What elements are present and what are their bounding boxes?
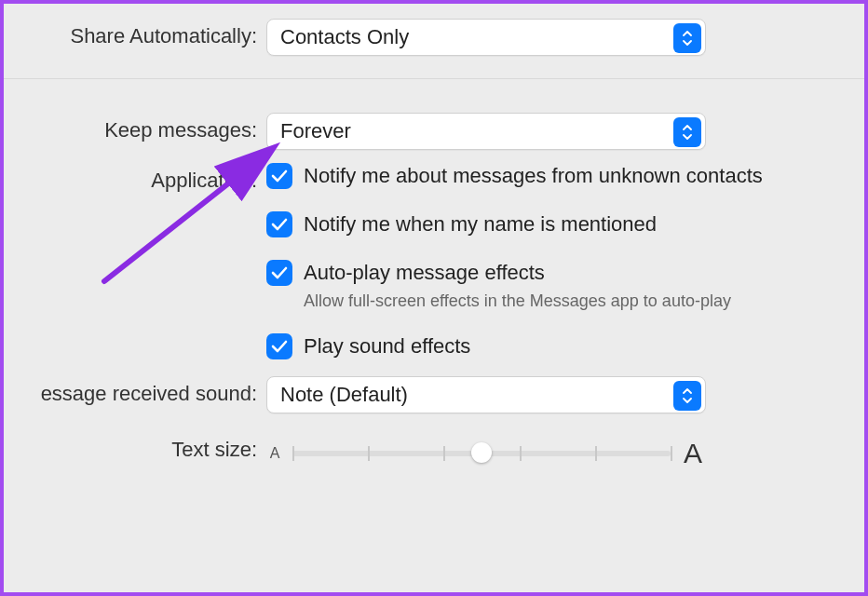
keep-messages-label: Keep messages:	[4, 113, 266, 142]
notify-name-mentioned-checkbox[interactable]	[266, 211, 292, 237]
slider-tick	[443, 446, 445, 461]
application-label: Application:	[4, 163, 266, 193]
slider-tick	[520, 446, 522, 461]
slider-tick	[368, 446, 370, 461]
autoplay-effects-help: Allow full-screen effects in the Message…	[266, 291, 864, 311]
notify-name-mentioned-label: Notify me when my name is mentioned	[304, 212, 657, 237]
share-automatically-label: Share Automatically:	[4, 19, 266, 48]
chevron-up-down-icon	[673, 23, 701, 53]
text-size-small-icon: A	[266, 445, 283, 462]
autoplay-effects-label: Auto-play message effects	[304, 261, 545, 285]
play-sound-effects-checkbox[interactable]	[266, 333, 292, 359]
text-size-large-icon: A	[680, 438, 706, 469]
slider-tick	[292, 446, 294, 461]
keep-messages-value: Forever	[280, 119, 351, 143]
share-automatically-select[interactable]: Contacts Only	[266, 19, 706, 56]
received-sound-value: Note (Default)	[280, 383, 408, 407]
received-sound-select[interactable]: Note (Default)	[266, 376, 706, 413]
slider-tick	[595, 446, 597, 461]
text-size-label: Text size:	[4, 432, 266, 462]
text-size-track[interactable]	[292, 451, 671, 456]
play-sound-effects-row[interactable]: Play sound effects	[266, 333, 864, 359]
chevron-up-down-icon	[673, 117, 701, 147]
notify-unknown-contacts-label: Notify me about messages from unknown co…	[304, 164, 763, 188]
chevron-up-down-icon	[673, 381, 701, 411]
slider-thumb[interactable]	[471, 442, 492, 463]
notify-unknown-contacts-checkbox[interactable]	[266, 163, 292, 189]
play-sound-effects-label: Play sound effects	[304, 334, 470, 359]
autoplay-effects-row[interactable]: Auto-play message effects	[266, 260, 864, 286]
keep-messages-select[interactable]: Forever	[266, 113, 706, 150]
notify-unknown-contacts-row[interactable]: Notify me about messages from unknown co…	[266, 163, 864, 189]
slider-tick	[671, 446, 672, 461]
share-automatically-value: Contacts Only	[280, 25, 409, 49]
autoplay-effects-checkbox[interactable]	[266, 260, 292, 286]
section-divider	[4, 78, 864, 79]
notify-name-mentioned-row[interactable]: Notify me when my name is mentioned	[266, 211, 864, 237]
text-size-slider[interactable]: A A	[266, 432, 706, 469]
received-sound-label: essage received sound:	[4, 376, 266, 406]
